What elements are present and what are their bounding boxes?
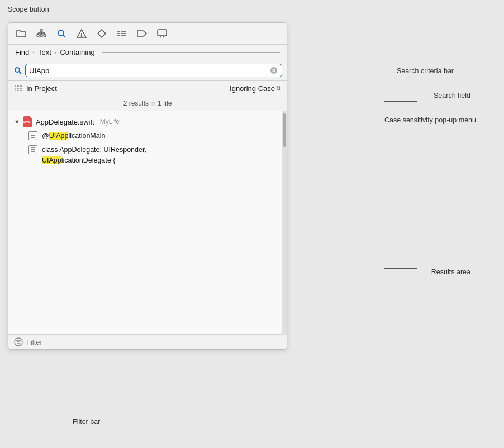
lines-icon[interactable]	[116, 27, 128, 40]
result-file-name: AppDelegate.swift	[36, 118, 94, 126]
svg-point-9	[58, 30, 64, 36]
result-highlight-2: UIApp	[42, 156, 61, 164]
result-line-icon-1	[28, 131, 37, 140]
case-sensitivity-label: Ignoring Case	[230, 84, 275, 93]
folder-icon[interactable]	[15, 27, 27, 40]
criteria-separator-line	[102, 52, 280, 53]
svg-marker-14	[98, 30, 106, 37]
hierarchy-icon[interactable]	[35, 27, 47, 40]
case-sensitivity-line-h	[359, 123, 403, 123]
svg-line-10	[63, 35, 65, 37]
svg-rect-0	[40, 30, 42, 31]
tag-icon[interactable]	[136, 27, 148, 40]
case-sensitivity-chevron: ⇅	[276, 85, 281, 92]
svg-rect-1	[37, 35, 39, 36]
search-input[interactable]	[25, 64, 282, 77]
svg-rect-3	[44, 35, 46, 36]
svg-line-23	[19, 72, 21, 74]
search-field-line-h	[384, 101, 417, 102]
svg-point-22	[15, 68, 20, 72]
result-file-row[interactable]: ▼ SWIFT AppDelegate.swift MyLife	[8, 115, 282, 129]
scrollbar-thumb[interactable]	[283, 113, 286, 147]
scope-button-annotation: Scope button	[8, 6, 49, 13]
results-header: 2 results in 1 file	[8, 96, 287, 111]
filter-bar	[8, 335, 287, 349]
filter-bar-annotation: Filter bar	[73, 418, 100, 426]
results-wrapper: ▼ SWIFT AppDelegate.swift MyLife	[8, 111, 287, 335]
filter-bar-line-v	[72, 399, 72, 416]
criteria-chevron-1: ›	[32, 49, 35, 56]
results-summary: 2 results in 1 file	[123, 99, 172, 107]
scope-button-icon[interactable]	[14, 84, 23, 93]
navigator-panel: Find › Text › Containing	[8, 22, 287, 350]
result-item-1[interactable]: @UIApplicationMain	[8, 129, 282, 143]
search-field-annotation: Search field	[434, 92, 470, 99]
result-text-1: @UIApplicationMain	[42, 131, 277, 141]
scope-label[interactable]: In Project	[26, 84, 57, 93]
criteria-text[interactable]: Text	[38, 48, 51, 56]
scope-bar: In Project Ignoring Case ⇅	[8, 81, 287, 96]
diamond-icon[interactable]	[96, 27, 108, 40]
results-area: ▼ SWIFT AppDelegate.swift MyLife	[8, 111, 282, 335]
criteria-bar: Find › Text › Containing	[8, 45, 287, 60]
speech-icon[interactable]	[156, 27, 168, 40]
search-field-line-v	[384, 89, 384, 102]
case-sensitivity-popup[interactable]: Ignoring Case ⇅	[230, 84, 281, 93]
search-field-icon	[14, 66, 22, 74]
filter-icon	[14, 337, 23, 346]
toolbar	[8, 23, 287, 45]
criteria-find[interactable]: Find	[15, 48, 29, 56]
result-file-project: MyLife	[100, 118, 120, 126]
svg-rect-21	[158, 30, 167, 36]
warning-icon[interactable]	[75, 27, 88, 40]
result-line-icon-2	[28, 145, 37, 154]
filter-bar-line-h	[50, 416, 73, 416]
results-area-line-h	[384, 268, 417, 269]
find-icon[interactable]	[55, 27, 68, 40]
disclosure-triangle[interactable]: ▼	[14, 118, 20, 125]
filter-input[interactable]	[26, 338, 281, 346]
search-row	[8, 60, 287, 81]
search-criteria-annotation: Search criteria bar	[397, 67, 454, 75]
result-text-2: class AppDelegate: UIResponder,UIApplica…	[42, 145, 277, 166]
svg-rect-2	[40, 35, 42, 36]
results-inner: ▼ SWIFT AppDelegate.swift MyLife	[8, 111, 282, 335]
results-area-line-v	[384, 156, 384, 269]
criteria-chevron-2: ›	[55, 49, 57, 56]
svg-point-13	[81, 36, 82, 37]
scrollbar-track[interactable]	[282, 111, 287, 335]
result-item-2[interactable]: class AppDelegate: UIResponder,UIApplica…	[8, 143, 282, 168]
search-criteria-line	[348, 73, 392, 73]
search-clear-button[interactable]	[270, 66, 278, 74]
case-sensitivity-line-v	[359, 112, 359, 124]
criteria-containing[interactable]: Containing	[60, 48, 94, 56]
result-highlight-1: UIApp	[49, 132, 69, 140]
results-area-annotation: Results area	[431, 268, 470, 276]
swift-file-icon: SWIFT	[23, 116, 32, 127]
